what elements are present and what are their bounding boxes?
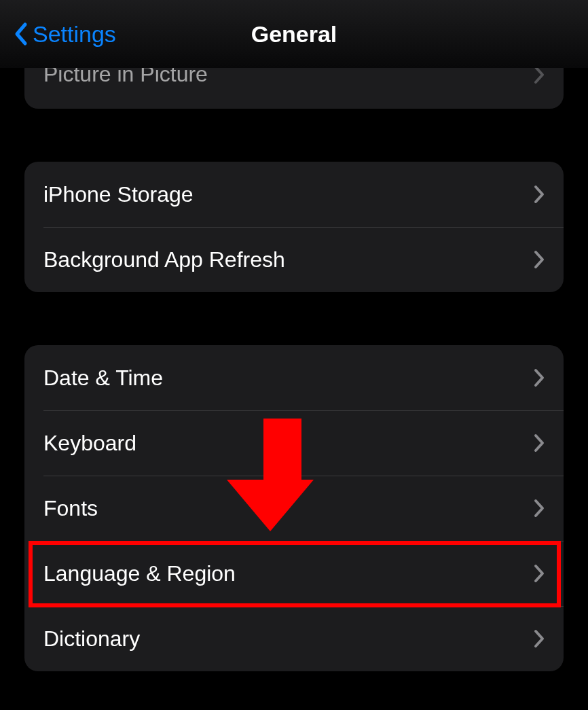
chevron-right-icon: [534, 68, 545, 84]
row-label: Dictionary: [43, 626, 140, 652]
row-picture-in-picture[interactable]: Picture in Picture: [24, 68, 564, 109]
chevron-left-icon: [14, 22, 29, 46]
row-label: Fonts: [43, 496, 98, 521]
group-0: Picture in Picture: [24, 68, 564, 109]
row-label: Picture in Picture: [43, 68, 208, 87]
row-label: Keyboard: [43, 431, 136, 456]
back-button[interactable]: Settings: [14, 21, 116, 48]
chevron-right-icon: [534, 629, 545, 648]
navbar: Settings General: [0, 0, 588, 68]
group-2: Date & Time Keyboard Fonts: [24, 345, 564, 671]
chevron-right-icon: [534, 433, 545, 452]
row-language-region[interactable]: Language & Region: [24, 541, 564, 606]
row-fonts[interactable]: Fonts: [24, 476, 564, 541]
content: Picture in Picture iPhone Storage Backgr…: [0, 68, 588, 671]
chevron-right-icon: [534, 185, 545, 204]
row-label: iPhone Storage: [43, 182, 194, 207]
chevron-right-icon: [534, 564, 545, 583]
chevron-right-icon: [534, 368, 545, 387]
row-label: Language & Region: [43, 561, 236, 586]
chevron-right-icon: [534, 499, 545, 518]
group-1: iPhone Storage Background App Refresh: [24, 162, 564, 292]
row-iphone-storage[interactable]: iPhone Storage: [24, 162, 564, 227]
row-label: Date & Time: [43, 366, 163, 391]
chevron-right-icon: [534, 250, 545, 269]
row-keyboard[interactable]: Keyboard: [24, 410, 564, 476]
back-label: Settings: [33, 21, 116, 48]
row-background-app-refresh[interactable]: Background App Refresh: [24, 227, 564, 292]
row-dictionary[interactable]: Dictionary: [24, 606, 564, 671]
row-label: Background App Refresh: [43, 247, 285, 272]
row-date-time[interactable]: Date & Time: [24, 345, 564, 410]
